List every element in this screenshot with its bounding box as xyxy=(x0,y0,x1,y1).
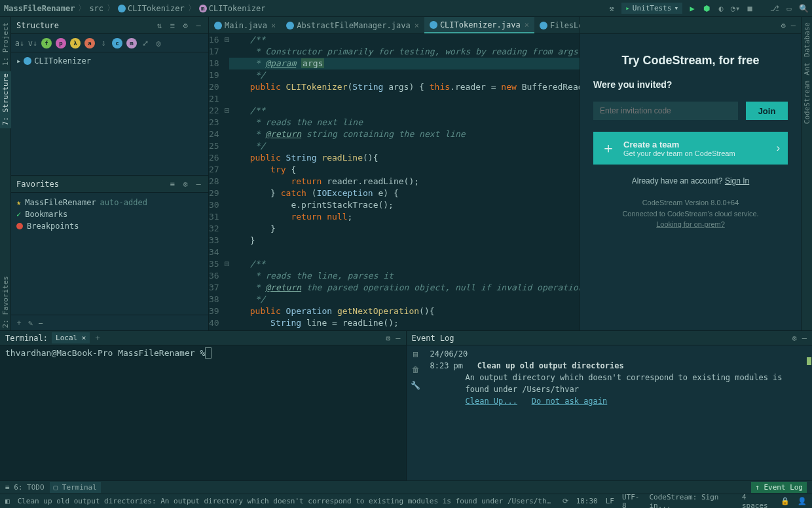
structure-node[interactable]: ▸ CLITokenizer xyxy=(16,56,203,66)
edit-icon[interactable]: ✎ xyxy=(28,319,33,328)
profile-icon[interactable]: ◔▾ xyxy=(731,4,740,13)
inherited-icon[interactable]: ⇩ xyxy=(99,39,108,48)
trash-icon[interactable]: 🗑 xyxy=(412,365,420,374)
caret-position[interactable]: 18:30 xyxy=(576,497,598,505)
lock-icon[interactable]: 🔒 xyxy=(781,497,790,505)
minimize-icon[interactable]: — xyxy=(194,21,203,30)
tool-windows-icon[interactable]: ◧ xyxy=(5,497,10,505)
terminal-title: Terminal: xyxy=(5,334,48,343)
expand-arrow-icon[interactable]: ▸ xyxy=(16,56,21,66)
collapse-icon[interactable]: ≡ xyxy=(168,21,177,30)
create-team-card[interactable]: ＋ Create a team Get your dev team on Cod… xyxy=(593,132,788,165)
minimize-icon[interactable]: — xyxy=(791,21,796,30)
add-terminal-icon[interactable]: ＋ xyxy=(94,332,101,343)
search-everywhere-icon[interactable]: 🔍 xyxy=(799,4,808,13)
gear-icon[interactable]: ⚙ xyxy=(792,334,797,343)
filter-lambda-icon[interactable]: λ xyxy=(70,38,81,49)
bc-src[interactable]: src xyxy=(89,4,103,13)
favorites-item-bookmarks[interactable]: ✓ Bookmarks xyxy=(16,208,203,220)
ant-tool-tab[interactable]: Ant xyxy=(802,60,813,78)
build-icon[interactable]: ⚒ xyxy=(607,4,616,13)
cleanup-link[interactable]: Clean Up... xyxy=(466,397,517,406)
codestream-footer: CodeStream Version 8.0.0+64 Connected to… xyxy=(622,197,758,230)
tool-window-icon[interactable]: ▭ xyxy=(784,4,794,13)
star-icon: ★ xyxy=(16,198,21,207)
structure-tree[interactable]: ▸ CLITokenizer xyxy=(11,52,208,175)
gear-icon[interactable]: ⚙ xyxy=(181,180,190,189)
close-icon[interactable]: × xyxy=(415,21,419,30)
terminal-body[interactable]: thvardhan@MacBook-Pro MassFileRenamer % xyxy=(0,345,406,361)
filter-fields-icon[interactable]: f xyxy=(41,38,52,49)
editor-tab[interactable]: Main.java× xyxy=(209,17,281,33)
sign-in-link[interactable]: Sign In xyxy=(725,176,749,186)
bc-class[interactable]: CLITokenizer xyxy=(118,4,185,13)
event-log-tool-button[interactable]: ↑ Event Log xyxy=(751,482,807,493)
filter-icon[interactable]: ▤ xyxy=(413,349,418,359)
sort-vis-icon[interactable]: v↓ xyxy=(28,39,37,48)
bc-method[interactable]: mCLITokenizer xyxy=(199,4,266,13)
structure-tool-tab[interactable]: 7: Structure xyxy=(0,71,11,128)
todo-tool-button[interactable]: ≡ 6: TODO xyxy=(5,483,45,492)
dont-ask-link[interactable]: Do not ask again xyxy=(532,397,608,406)
code-editor[interactable]: 1617181920212223242526272829303132333435… xyxy=(209,34,580,330)
debug-icon[interactable]: ⬢ xyxy=(702,4,711,13)
gear-icon[interactable]: ⚙ xyxy=(181,21,190,30)
add-icon[interactable]: ＋ xyxy=(15,317,23,328)
filter-meth-icon[interactable]: m xyxy=(126,38,137,49)
favorites-tool-tab[interactable]: 2: Favorites xyxy=(0,273,11,330)
codestream-title: Try CodeStream, for free xyxy=(621,54,759,68)
project-tool-tab[interactable]: 1: Project xyxy=(0,20,11,68)
bg-tasks-icon[interactable]: ⟳ xyxy=(563,497,568,505)
sort-icon[interactable]: ⇅ xyxy=(155,21,164,30)
fold-gutter[interactable]: ⊟⊟⊟ xyxy=(225,34,230,330)
line-numbers: 1617181920212223242526272829303132333435… xyxy=(209,34,225,330)
invitation-code-input[interactable] xyxy=(593,102,738,120)
git-icon[interactable]: ⎇ xyxy=(770,4,779,13)
chevron-icon: 〉 xyxy=(107,3,115,14)
favorites-item[interactable]: ★ MassFileRenamer auto-added xyxy=(16,197,203,208)
sort-az-icon[interactable]: a↓ xyxy=(15,39,24,48)
bc-project[interactable]: MassFileRenamer xyxy=(4,4,75,13)
terminal-tool-button[interactable]: ▢ Terminal xyxy=(50,482,101,493)
indent-status[interactable]: 4 spaces xyxy=(742,493,773,509)
gear-icon[interactable]: ⚙ xyxy=(781,21,786,30)
run-icon[interactable]: ▶ xyxy=(688,4,697,13)
structure-panel-header: Structure ⇅ ≡ ⚙ — xyxy=(11,17,208,34)
codestream-tool-tab[interactable]: CodeStream xyxy=(802,78,813,127)
gear-icon[interactable]: ⚙ xyxy=(386,334,390,343)
editor-tab[interactable]: AbstractFileManager.java× xyxy=(281,17,424,33)
inspection-icon[interactable]: 👤 xyxy=(798,497,807,505)
close-icon[interactable]: × xyxy=(525,20,529,29)
wrench-icon[interactable]: 🔧 xyxy=(411,381,420,390)
event-marker xyxy=(807,357,811,365)
onprem-link[interactable]: Looking for on-prem? xyxy=(622,219,758,230)
stop-icon[interactable]: ■ xyxy=(745,4,754,13)
close-icon[interactable]: × xyxy=(271,21,276,30)
collapse-icon[interactable]: ≡ xyxy=(168,180,177,189)
favorites-item-breakpoints[interactable]: Breakpoints xyxy=(16,220,203,232)
coverage-icon[interactable]: ◐ xyxy=(716,4,726,13)
expand-icon[interactable]: ⤢ xyxy=(141,39,150,48)
terminal-tab-local[interactable]: Local × xyxy=(52,332,90,343)
minimize-icon[interactable]: — xyxy=(194,180,203,189)
already-account-text: Already have an account? Sign In xyxy=(632,176,749,186)
minimize-icon[interactable]: — xyxy=(396,334,400,343)
encoding[interactable]: UTF-8 xyxy=(622,493,641,509)
filter-anon-icon[interactable]: a xyxy=(84,38,95,49)
editor-tab[interactable]: FilesLoader.java× xyxy=(534,17,580,33)
autoscroll-icon[interactable]: ◎ xyxy=(154,39,163,48)
minimize-icon[interactable]: — xyxy=(802,334,807,343)
filter-props-icon[interactable]: p xyxy=(56,38,66,49)
class-icon xyxy=(118,5,126,12)
editor-tab[interactable]: CLITokenizer.java× xyxy=(424,17,534,33)
filter-cls-icon[interactable]: c xyxy=(112,38,122,49)
line-separator[interactable]: LF xyxy=(606,497,614,505)
database-tool-tab[interactable]: Database xyxy=(802,20,813,60)
run-config-dropdown[interactable]: ▸UnitTests ▾ xyxy=(621,3,682,14)
codestream-status[interactable]: CodeStream: Sign in... xyxy=(649,493,733,509)
create-team-sub: Get your dev team on CodeStream xyxy=(623,149,769,157)
close-icon[interactable]: × xyxy=(82,334,86,342)
join-button[interactable]: Join xyxy=(746,102,788,120)
code-area[interactable]: /** * Constructor primarily for testing,… xyxy=(229,34,580,330)
remove-icon[interactable]: − xyxy=(38,319,43,328)
